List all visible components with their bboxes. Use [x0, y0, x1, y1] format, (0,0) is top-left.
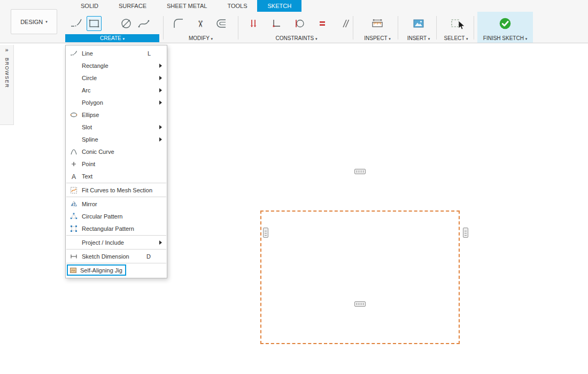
sketch-toolbar: CREATE ▾ ✂: [0, 12, 588, 43]
tab-sketch[interactable]: SKETCH: [257, 0, 301, 12]
highlighted-item-outline: Self-Aligning Jig: [67, 264, 126, 276]
trim-tool[interactable]: ✂: [192, 16, 207, 31]
insert-canvas-tool[interactable]: [411, 16, 426, 31]
mouse-cursor: [458, 20, 466, 33]
group-separator: [474, 16, 474, 40]
group-separator: [398, 16, 398, 40]
tangent-constraint-tool[interactable]: [292, 16, 307, 31]
menu-separator: [66, 249, 166, 250]
measure-tool[interactable]: [370, 16, 385, 31]
chevron-down-icon: ▾: [211, 37, 213, 41]
menu-item-label: Slot: [82, 124, 92, 130]
group-separator: [436, 16, 437, 40]
jig-grip-top[interactable]: [354, 169, 366, 174]
sketch-dimension-icon: [69, 252, 78, 260]
tab-surface[interactable]: SURFACE: [109, 0, 157, 12]
empty-icon-slot: [69, 98, 78, 106]
empty-icon-slot: [69, 238, 78, 246]
browser-expand-icon[interactable]: »: [0, 45, 13, 53]
select-group: SELECT ▾: [437, 12, 475, 43]
tangent-constraint-icon: [293, 17, 306, 30]
ribbon-tabs: SOLID SURFACE SHEET METAL TOOLS SKETCH: [71, 0, 301, 12]
inspect-group: INSPECT ▾: [356, 12, 399, 43]
inspect-label-text: INSPECT: [364, 35, 387, 41]
menu-item-project-include[interactable]: Project / Include: [66, 236, 167, 248]
tab-solid[interactable]: SOLID: [71, 0, 109, 12]
menu-separator: [66, 235, 166, 236]
menu-item-line[interactable]: Line L: [66, 47, 167, 59]
empty-icon-slot: [69, 123, 78, 131]
menu-item-label: Circle: [82, 75, 97, 81]
jig-grip-right[interactable]: [463, 228, 468, 238]
submenu-arrow-icon: [159, 100, 162, 105]
jig-grip-bottom[interactable]: [354, 301, 366, 307]
menu-item-slot[interactable]: Slot: [66, 121, 167, 133]
equal-constraint-tool[interactable]: [315, 16, 330, 31]
inspect-menu-button[interactable]: INSPECT ▾: [356, 34, 399, 42]
menu-item-circular-pattern[interactable]: Circular Pattern: [66, 210, 167, 222]
constraints-group: CONSTRAINTS ▾: [242, 12, 351, 43]
menu-item-mirror[interactable]: Mirror: [66, 198, 167, 210]
chevron-down-icon: ▾: [466, 37, 468, 41]
modify-menu-button[interactable]: MODIFY ▾: [167, 34, 235, 42]
menu-item-label: Text: [82, 173, 92, 180]
empty-icon-slot: [69, 135, 78, 143]
menu-separator: [66, 183, 166, 183]
menu-item-spline[interactable]: Spline: [66, 133, 167, 145]
menu-item-label: Self-Aligning Jig: [80, 267, 122, 274]
chevron-down-icon: ▾: [315, 37, 318, 41]
finish-sketch-button[interactable]: [498, 16, 513, 31]
create-menu-button[interactable]: CREATE ▾: [65, 34, 159, 42]
browser-panel-label: BROWSER: [4, 58, 10, 88]
create-spline-tool[interactable]: [136, 16, 151, 31]
insert-menu-button[interactable]: INSERT ▾: [400, 34, 437, 42]
circle-tool-icon: [120, 17, 133, 30]
tab-tools[interactable]: TOOLS: [217, 0, 257, 12]
circular-pattern-icon: [69, 212, 78, 220]
insert-label-text: INSERT: [407, 35, 427, 41]
menu-item-arc[interactable]: Arc: [66, 84, 167, 96]
menu-item-point[interactable]: Point: [66, 158, 167, 170]
jig-grip-left[interactable]: [263, 228, 268, 238]
select-menu-button[interactable]: SELECT ▾: [437, 34, 475, 42]
rectangle-tool-icon: [88, 17, 100, 30]
create-rectangle-tool[interactable]: [87, 16, 102, 31]
menu-item-fit-curves-to-mesh-section[interactable]: Fit Curves to Mesh Section: [66, 184, 167, 196]
finish-sketch-label-text: FINISH SKETCH: [483, 35, 524, 41]
menu-item-conic-curve[interactable]: Conic Curve: [66, 145, 167, 158]
horizontal-vertical-constraint-tool[interactable]: [246, 16, 261, 31]
self-aligning-jig-icon: [69, 266, 77, 274]
finish-sketch-menu-button[interactable]: FINISH SKETCH ▾: [477, 34, 533, 42]
menu-separator: [66, 263, 166, 263]
create-line-tool[interactable]: [69, 16, 84, 31]
menu-item-rectangular-pattern[interactable]: Rectangular Pattern: [66, 222, 167, 235]
menu-item-label: Polygon: [82, 99, 103, 106]
menu-item-self-aligning-jig[interactable]: Self-Aligning Jig: [66, 264, 167, 276]
menu-item-text[interactable]: A Text: [66, 170, 167, 182]
line-tool-icon: [70, 17, 83, 30]
menu-item-rectangle[interactable]: Rectangle: [66, 59, 167, 72]
menu-item-polygon[interactable]: Polygon: [66, 96, 167, 108]
tab-sheet-metal[interactable]: SHEET METAL: [157, 0, 217, 12]
empty-icon-slot: [69, 86, 78, 94]
parallel-constraint-icon: [339, 17, 352, 30]
offset-tool[interactable]: [214, 16, 229, 31]
sketch-selection-box[interactable]: [260, 211, 460, 344]
coincident-constraint-tool[interactable]: [269, 16, 284, 31]
chevron-down-icon: ▾: [525, 37, 528, 41]
menu-item-ellipse[interactable]: Ellipse: [66, 108, 167, 121]
menu-item-sketch-dimension[interactable]: Sketch Dimension D: [66, 250, 167, 262]
fillet-tool[interactable]: [171, 16, 186, 31]
parallel-constraint-tool[interactable]: [338, 16, 353, 31]
menu-item-circle[interactable]: Circle: [66, 72, 167, 84]
menu-item-label: Fit Curves to Mesh Section: [82, 187, 152, 193]
ribbon-header: DESIGN ▾ SOLID SURFACE SHEET METAL TOOLS…: [0, 0, 588, 43]
submenu-arrow-icon: [159, 64, 162, 68]
spline-tool-icon: [137, 17, 150, 30]
mirror-icon: [69, 200, 78, 208]
menu-item-label: Rectangle: [82, 63, 109, 69]
create-circle-tool[interactable]: [119, 16, 134, 31]
constraints-menu-button[interactable]: CONSTRAINTS ▾: [242, 34, 351, 42]
empty-icon-slot: [69, 74, 78, 82]
submenu-arrow-icon: [159, 88, 162, 92]
